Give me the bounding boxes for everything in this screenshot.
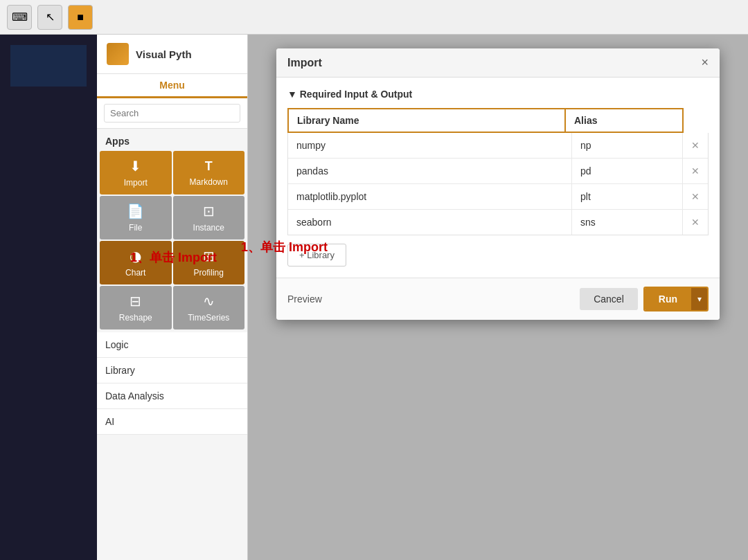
stop-btn[interactable]: ■ <box>68 5 93 30</box>
app-chart-label: Chart <box>125 268 145 278</box>
markdown-icon: T <box>205 159 213 174</box>
app-reshape-label: Reshape <box>119 313 152 323</box>
dialog-footer: Preview Cancel Run ▾ <box>276 278 720 320</box>
dialog-title: Import <box>287 57 322 69</box>
dark-panel <box>0 35 97 560</box>
library-table: numpy np ✕ pandas pd ✕ matplotlib.pyplot… <box>287 133 709 235</box>
app-file[interactable]: 📄 File <box>100 196 172 240</box>
app-profiling-label: Profiling <box>194 268 224 278</box>
instance-icon: ⊡ <box>203 203 215 219</box>
delete-row-1[interactable]: ✕ <box>683 165 708 177</box>
col-header-library: Library Name <box>287 108 566 133</box>
cell-alias-0: np <box>572 133 683 158</box>
run-button[interactable]: Run <box>645 288 691 310</box>
sidebar: Visual Pyth Menu Apps ⬇ Import T Markdow… <box>97 35 248 560</box>
cancel-button[interactable]: Cancel <box>580 288 638 310</box>
search-bar <box>97 98 247 129</box>
cell-library-2: matplotlib.pyplot <box>288 184 572 209</box>
chart-icon: ◑ <box>130 248 141 264</box>
cursor-btn[interactable]: ↖ <box>37 5 62 30</box>
run-dropdown-button[interactable]: ▾ <box>691 288 707 310</box>
cell-library-3: seaborn <box>288 210 572 235</box>
section-toggle[interactable]: ▼ Required Input & Output <box>287 89 709 100</box>
nav-library[interactable]: Library <box>97 358 247 383</box>
app-instance[interactable]: ⊡ Instance <box>173 196 245 240</box>
app-markdown-label: Markdown <box>190 177 228 187</box>
table-row: seaborn sns ✕ <box>288 210 708 235</box>
nav-logic[interactable]: Logic <box>97 332 247 358</box>
toolbar: ⌨ ↖ ■ <box>0 0 748 35</box>
nav-ai[interactable]: AI <box>97 409 247 435</box>
cell-alias-1: pd <box>572 159 683 183</box>
content-area: 1、单击 Import 2、添加 package、别称 <box>248 35 748 560</box>
modal-overlay: 2、添加 package、别称 Import × <box>248 35 748 560</box>
app-chart[interactable]: ◑ Chart <box>100 241 172 284</box>
keyboard-btn[interactable]: ⌨ <box>7 5 32 30</box>
table-row: numpy np ✕ <box>288 133 708 159</box>
table-row: matplotlib.pyplot plt ✕ <box>288 184 708 210</box>
delete-row-2[interactable]: ✕ <box>683 191 708 202</box>
app-timeseries[interactable]: ∿ TimeSeries <box>173 286 245 329</box>
vp-header: Visual Pyth <box>97 35 247 74</box>
preview-button[interactable]: Preview <box>287 293 322 305</box>
cell-library-1: pandas <box>288 159 572 183</box>
app-profiling[interactable]: ⊞ Profiling <box>173 241 245 284</box>
run-group: Run ▾ <box>643 287 709 311</box>
dialog-body: ▼ Required Input & Output Library Name A… <box>276 78 720 278</box>
nav-data-analysis[interactable]: Data Analysis <box>97 383 247 409</box>
app-import[interactable]: ⬇ Import <box>100 151 172 195</box>
cell-alias-2: plt <box>572 184 683 209</box>
vp-title: Visual Pyth <box>136 48 192 60</box>
profiling-icon: ⊞ <box>203 248 215 264</box>
cell-library-0: numpy <box>288 133 572 158</box>
add-library-button[interactable]: + Library <box>287 244 346 267</box>
app-reshape[interactable]: ⊟ Reshape <box>100 286 172 329</box>
app-instance-label: Instance <box>193 223 224 233</box>
import-icon: ⬇ <box>130 158 141 174</box>
menu-tab[interactable]: Menu <box>97 74 247 98</box>
apps-label: Apps <box>97 129 247 151</box>
app-import-label: Import <box>124 178 148 188</box>
timeseries-icon: ∿ <box>203 293 215 309</box>
app-timeseries-label: TimeSeries <box>188 313 229 323</box>
main-area: Visual Pyth Menu Apps ⬇ Import T Markdow… <box>0 35 748 560</box>
dialog-header: Import × <box>276 48 720 78</box>
app-markdown[interactable]: T Markdown <box>173 151 245 195</box>
delete-row-0[interactable]: ✕ <box>683 140 708 151</box>
close-button[interactable]: × <box>701 55 709 70</box>
reshape-icon: ⊟ <box>130 293 141 309</box>
col-header-del <box>684 108 709 133</box>
import-dialog: 2、添加 package、别称 Import × <box>276 48 720 320</box>
cell-alias-3: sns <box>572 210 683 235</box>
app-grid: ⬇ Import T Markdown 📄 File ⊡ Instance ◑ … <box>97 151 247 332</box>
file-icon: 📄 <box>127 203 144 219</box>
table-row: pandas pd ✕ <box>288 159 708 184</box>
delete-row-3[interactable]: ✕ <box>683 217 708 228</box>
vp-logo <box>107 43 129 65</box>
search-input[interactable] <box>104 104 240 123</box>
footer-actions: Cancel Run ▾ <box>580 287 709 311</box>
app-file-label: File <box>129 223 142 233</box>
dark-panel-inner <box>10 45 87 87</box>
col-header-alias: Alias <box>566 108 684 133</box>
table-header-row: Library Name Alias <box>287 108 709 133</box>
